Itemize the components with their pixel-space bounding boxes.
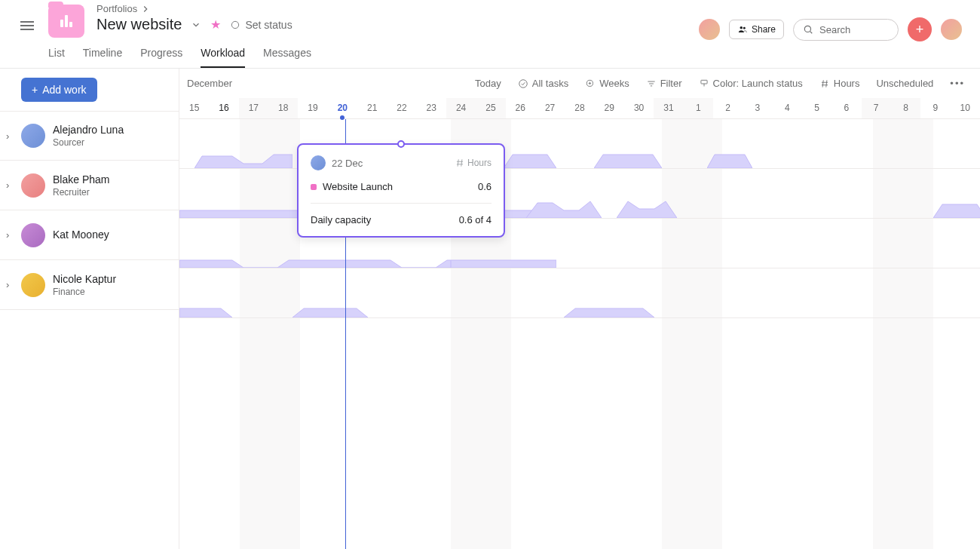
task-color-dot [311,184,317,190]
workload-shape [594,147,662,168]
svg-line-18 [822,80,823,87]
tab-workload[interactable]: Workload [201,47,245,68]
tooltip-hours-label: Hours [467,158,492,168]
add-work-button[interactable]: + Add work [21,78,97,102]
tab-progress[interactable]: Progress [140,47,182,68]
member-role: Finance [53,287,116,297]
member-name: Blake Pham [53,173,109,186]
date-cell[interactable]: 19 [298,98,327,118]
avatar [21,124,45,148]
workload-timeline: December Today All tasks Weeks Filter Co… [179,69,980,549]
set-status-button[interactable]: Set status [230,19,292,31]
date-cell[interactable]: 10 [951,98,980,118]
more-options-icon[interactable]: ••• [947,75,968,92]
date-cell[interactable]: 22 [387,98,416,118]
color-button[interactable]: Color: Launch status [696,75,806,92]
status-circle-icon [230,20,240,30]
svg-line-23 [461,159,462,166]
date-cell[interactable]: 15 [179,98,209,118]
member-row[interactable]: › Kat Mooney [0,210,179,260]
date-cell[interactable]: 6 [831,98,861,118]
search-input[interactable]: Search [793,19,899,41]
workload-shape [504,147,556,168]
hash-icon [819,78,830,89]
workload-shape [933,197,980,218]
svg-point-6 [804,26,810,32]
workload-tooltip: 22 Dec Hours Website Launch 0.6 [297,143,505,238]
workload-shape [179,247,451,268]
member-row[interactable]: › Nicole Kaptur Finance [0,260,179,310]
search-placeholder: Search [819,24,850,35]
people-icon [737,24,748,35]
date-cell[interactable]: 1 [684,98,713,118]
svg-line-7 [810,32,813,34]
date-cell[interactable]: 29 [595,98,624,118]
svg-line-19 [826,80,827,87]
date-cell[interactable]: 25 [476,98,505,118]
date-cell[interactable]: 8 [891,98,920,118]
date-cell[interactable]: 3 [743,98,772,118]
tab-messages[interactable]: Messages [263,47,311,68]
share-button[interactable]: Share [729,20,784,39]
title-block: Portfolios New website ★ Set status [96,3,687,33]
date-cell[interactable]: 26 [506,98,535,118]
date-cell[interactable]: 9 [920,98,950,118]
zoom-icon [585,78,596,89]
filter-button[interactable]: Filter [643,75,685,92]
hours-button[interactable]: Hours [816,75,863,92]
global-add-button[interactable]: + [908,17,932,41]
tooltip-task-name: Website Launch [323,181,393,192]
color-label: Color: Launch status [713,78,803,89]
set-status-label: Set status [245,19,292,31]
date-cell[interactable]: 21 [357,98,387,118]
tooltip-capacity-label: Daily capacity [311,214,371,225]
member-name: Nicole Kaptur [53,273,116,285]
date-cell[interactable]: 30 [624,98,654,118]
breadcrumb-parent[interactable]: Portfolios [96,3,137,14]
title-dropdown-icon[interactable] [191,20,201,30]
date-cell[interactable]: 27 [535,98,565,118]
menu-icon[interactable] [18,17,36,35]
chevron-right-icon: › [6,229,14,241]
zoom-weeks[interactable]: Weeks [582,75,632,92]
tooltip-task-value: 0.6 [478,181,492,192]
date-cell[interactable]: 4 [773,98,802,118]
tab-list[interactable]: List [48,47,65,68]
all-tasks-label: All tasks [532,78,568,89]
member-row[interactable]: › Blake Pham Recruiter [0,161,179,210]
tab-timeline[interactable]: Timeline [83,47,122,68]
portfolio-folder-icon [48,5,84,38]
date-cell[interactable]: 17 [239,98,268,118]
workload-shape [707,147,752,168]
workload-shape [526,197,602,218]
avatar [21,223,45,247]
svg-point-3 [232,21,239,28]
date-cell[interactable]: 24 [446,98,476,118]
date-cell[interactable]: 7 [862,98,891,118]
hash-icon [455,158,465,168]
date-cell[interactable]: 31 [654,98,683,118]
date-cell[interactable]: 16 [209,98,238,118]
breadcrumb: Portfolios [96,3,687,14]
svg-point-5 [743,27,746,29]
date-cell[interactable]: 5 [802,98,831,118]
date-cell[interactable]: 18 [268,98,298,118]
svg-point-4 [740,26,743,29]
current-user-avatar[interactable] [941,19,962,40]
unscheduled-button[interactable]: Unscheduled [873,75,936,92]
member-row[interactable]: › Alejandro Luna Sourcer [0,111,179,161]
paint-icon [699,78,709,89]
workload-shape [194,147,292,168]
main-content: + Add work › Alejandro Luna Sourcer › Bl… [0,69,980,549]
today-button[interactable]: Today [472,75,504,92]
check-circle-icon [518,78,528,89]
date-cell[interactable]: 28 [565,98,594,118]
date-cell[interactable]: 2 [713,98,743,118]
user-avatar-small[interactable] [699,19,720,40]
date-cell[interactable]: 23 [417,98,446,118]
tooltip-handle-icon[interactable] [397,140,405,148]
date-cell[interactable]: 20 [328,98,357,118]
all-tasks-filter[interactable]: All tasks [515,75,571,92]
favorite-star-icon[interactable]: ★ [210,17,221,32]
filter-icon [646,78,657,89]
